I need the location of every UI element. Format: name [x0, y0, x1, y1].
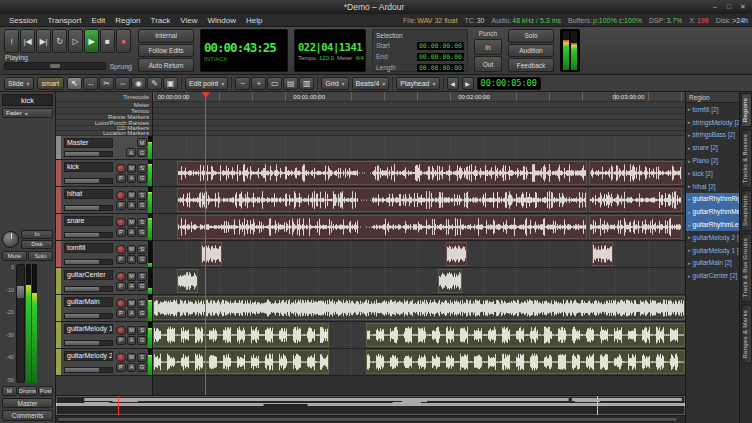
track-gain-slider[interactable]	[64, 205, 113, 211]
track-header-guitarcenter[interactable]: guitarCenterMSPAG	[56, 268, 152, 295]
mute-button[interactable]: M	[127, 272, 137, 281]
track-name[interactable]: Master	[64, 138, 113, 148]
menu-track[interactable]: Track	[146, 16, 176, 25]
automation-button[interactable]: A	[126, 148, 136, 157]
region-list-item[interactable]: ▸stringsBass [2]	[686, 129, 739, 142]
nudge-clock[interactable]: 00:00:05:00	[477, 77, 541, 90]
track-header-guitarmelody-2[interactable]: guitarMelody 2MSPAG	[56, 349, 152, 376]
track-header-master[interactable]: MasterMAG	[56, 136, 152, 160]
disclosure-triangle-icon[interactable]: ▸	[688, 132, 691, 138]
playlist-button[interactable]: P	[116, 255, 126, 264]
solo-button[interactable]: S	[137, 272, 147, 281]
solo-button[interactable]: S	[137, 299, 147, 308]
group-button[interactable]: G	[137, 148, 147, 157]
disclosure-triangle-icon[interactable]: ▸	[688, 170, 691, 176]
region-list-item[interactable]: ▸guitarRhythmLeft [2]	[686, 218, 739, 231]
disclosure-triangle-icon[interactable]: ▸	[688, 158, 691, 164]
sidebar-tab-regions[interactable]: Regions	[741, 93, 752, 127]
disclosure-triangle-icon[interactable]: ▸	[688, 119, 691, 125]
sidebar-tab-tracks-busses[interactable]: Tracks & Busses	[741, 129, 752, 188]
track-name[interactable]: guitarCenter	[64, 270, 113, 280]
zoom-focus-combo[interactable]: Playhead	[396, 77, 439, 90]
playlist-button[interactable]: P	[116, 336, 126, 345]
disclosure-triangle-icon[interactable]: ▸	[688, 273, 691, 279]
editor-canvas[interactable]: 00:00:00:0000:01:00:0000:02:00:0000:03:0…	[153, 92, 685, 395]
track-name[interactable]: guitarMain	[64, 297, 113, 307]
snap-mode-combo[interactable]: Grid	[321, 77, 348, 90]
automation-button[interactable]: A	[127, 174, 137, 183]
track-name[interactable]: snare	[64, 216, 113, 226]
draw-tool[interactable]: ✎	[147, 77, 162, 90]
solo-button[interactable]: S	[137, 218, 147, 227]
track-lane-guitarcenter[interactable]	[153, 268, 685, 295]
goto-start-button[interactable]: |◀	[20, 29, 35, 53]
zoom-in-button[interactable]: +	[251, 77, 266, 90]
grid-unit-combo[interactable]: Beats/4	[352, 77, 390, 90]
track-gain-slider[interactable]	[64, 178, 113, 184]
record-enable-button[interactable]	[116, 299, 126, 308]
gain-fader-handle[interactable]	[17, 286, 24, 298]
cut-tool[interactable]: ✂	[99, 77, 114, 90]
record-enable-button[interactable]	[116, 272, 126, 281]
region-list-item[interactable]: ▸kick [2]	[686, 167, 739, 180]
sync-source-button[interactable]: Internal	[138, 29, 194, 43]
secondary-clock[interactable]: 022|04|1341 Tempo 120.0 Meter 4/4	[294, 29, 366, 72]
expand-tracks-button[interactable]: ▥	[299, 77, 314, 90]
play-range-button[interactable]: ▷	[68, 29, 83, 53]
track-lane-kick[interactable]	[153, 160, 685, 187]
mute-button[interactable]: Mute	[2, 251, 27, 261]
disclosure-triangle-icon[interactable]: ▸	[688, 106, 691, 112]
automation-button[interactable]: A	[127, 282, 137, 291]
disclosure-triangle-icon[interactable]: ▸	[688, 183, 691, 189]
group-button[interactable]: G	[137, 363, 147, 372]
playhead-marker[interactable]	[202, 92, 210, 98]
monitor-disk-button[interactable]: Disk	[21, 240, 53, 249]
stretch-tool[interactable]: ⇔	[115, 77, 130, 90]
playlist-button[interactable]: P	[116, 228, 126, 237]
menu-help[interactable]: Help	[241, 16, 267, 25]
strip-tab-drums[interactable]: Drums	[18, 386, 38, 396]
track-lane-guitarmelody-1[interactable]	[153, 322, 685, 349]
track-lane-master[interactable]	[153, 136, 685, 160]
internal-edit-tool[interactable]: ▣	[163, 77, 178, 90]
mute-button[interactable]: M	[137, 138, 147, 147]
shuttle-control[interactable]	[4, 62, 106, 70]
mute-button[interactable]: M	[127, 353, 137, 362]
track-name[interactable]: guitarMelody 2	[64, 351, 113, 361]
automation-button[interactable]: A	[127, 363, 137, 372]
disclosure-triangle-icon[interactable]: ▸	[688, 260, 691, 266]
record-enable-button[interactable]	[116, 353, 126, 362]
automation-button[interactable]: A	[127, 309, 137, 318]
solo-button[interactable]: S	[137, 245, 147, 254]
maximize-icon[interactable]: □	[724, 3, 734, 11]
audition-tool[interactable]: ◉	[131, 77, 146, 90]
solo-button[interactable]: S	[137, 326, 147, 335]
record-enable-button[interactable]	[116, 164, 126, 173]
disclosure-triangle-icon[interactable]: ▸	[688, 234, 691, 240]
group-button[interactable]: G	[137, 228, 147, 237]
track-gain-slider[interactable]	[64, 340, 113, 346]
mute-button[interactable]: M	[127, 191, 137, 200]
group-button[interactable]: G	[137, 309, 147, 318]
track-header-snare[interactable]: snareMSPAG	[56, 214, 152, 241]
solo-button[interactable]: S	[137, 191, 147, 200]
track-name[interactable]: tomfill	[64, 243, 113, 253]
punch-in-button[interactable]: In	[474, 39, 502, 55]
tempo-value[interactable]: 120.0	[319, 55, 334, 61]
follow-edits-button[interactable]: Follow Edits	[138, 44, 194, 58]
close-icon[interactable]: ✕	[738, 3, 748, 11]
region-list-item[interactable]: ▸guitarRhythmMelody [2]	[686, 205, 739, 218]
group-button[interactable]: G	[137, 255, 147, 264]
record-enable-button[interactable]	[116, 245, 126, 254]
gain-fader[interactable]	[16, 264, 25, 383]
midi-panic-button[interactable]: !	[4, 29, 19, 53]
disclosure-triangle-icon[interactable]: ▸	[688, 247, 691, 253]
smart-mode-button[interactable]: smart	[37, 77, 65, 90]
disclosure-triangle-icon[interactable]: ▸	[688, 222, 691, 228]
playlist-button[interactable]: P	[116, 309, 126, 318]
range-tool[interactable]: ↔	[83, 77, 98, 90]
loop-button[interactable]: ↻	[52, 29, 67, 53]
track-gain-slider[interactable]	[64, 151, 113, 157]
menu-session[interactable]: Session	[4, 16, 42, 25]
track-lane-tomfill[interactable]	[153, 241, 685, 268]
